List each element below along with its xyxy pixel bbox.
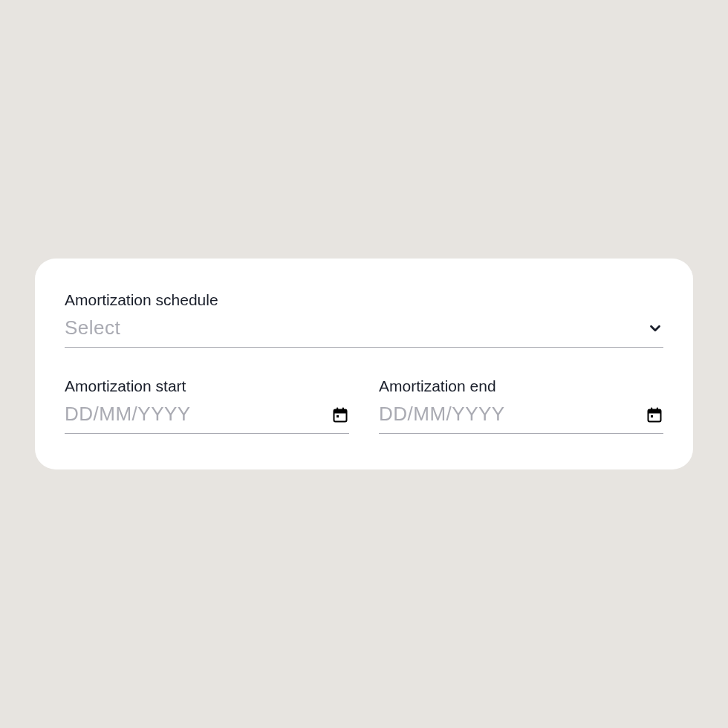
schedule-label: Amortization schedule [65, 291, 663, 309]
svg-rect-6 [649, 409, 661, 413]
end-label: Amortization end [379, 377, 663, 395]
svg-rect-9 [651, 415, 653, 417]
calendar-icon [331, 406, 349, 423]
schedule-placeholder: Select [65, 316, 120, 339]
amortization-card: Amortization schedule Select Amortizatio… [35, 259, 693, 469]
date-row: Amortization start DD/MM/YYYY Amortizati… [65, 377, 663, 434]
schedule-select[interactable]: Select [65, 316, 663, 348]
svg-rect-4 [337, 415, 339, 417]
svg-rect-8 [657, 407, 658, 410]
calendar-icon [646, 406, 663, 423]
end-date-input[interactable]: DD/MM/YYYY [379, 403, 663, 434]
schedule-field: Amortization schedule Select [65, 291, 663, 348]
chevron-down-icon [647, 320, 663, 337]
start-date-input[interactable]: DD/MM/YYYY [65, 403, 349, 434]
start-label: Amortization start [65, 377, 349, 395]
svg-rect-2 [337, 407, 338, 410]
svg-rect-7 [651, 407, 652, 410]
end-field: Amortization end DD/MM/YYYY [379, 377, 663, 434]
svg-rect-1 [334, 409, 347, 413]
start-field: Amortization start DD/MM/YYYY [65, 377, 349, 434]
svg-rect-3 [342, 407, 344, 410]
start-placeholder: DD/MM/YYYY [65, 403, 191, 426]
end-placeholder: DD/MM/YYYY [379, 403, 505, 426]
